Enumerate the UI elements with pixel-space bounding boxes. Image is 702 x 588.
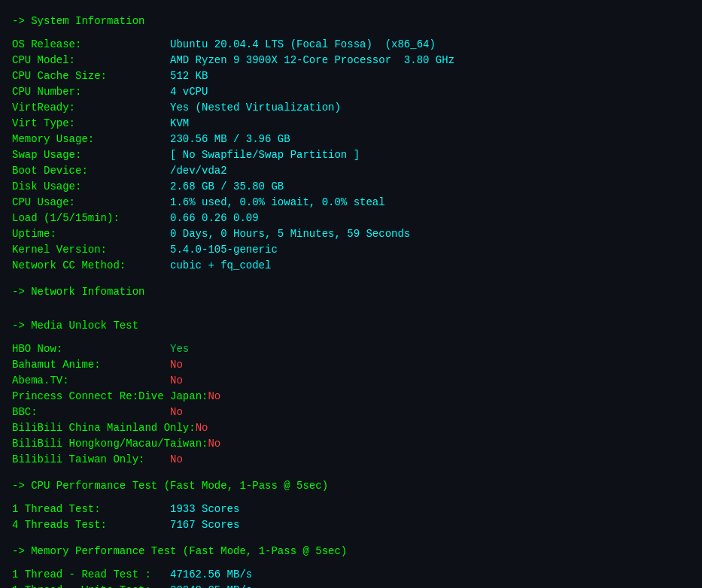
cpu-number-line: CPU Number: 4 vCPU bbox=[12, 84, 690, 100]
abema-label: Abema.TV: bbox=[12, 373, 170, 389]
load-value: 0.66 0.26 0.09 bbox=[170, 211, 259, 226]
disk-label: Disk Usage: bbox=[12, 179, 170, 195]
cpu-perf-header: -> CPU Performance Test (Fast Mode, 1-Pa… bbox=[12, 478, 690, 494]
cpu-cache-label: CPU Cache Size: bbox=[12, 68, 170, 84]
swap-value: [ No Swapfile/Swap Partition ] bbox=[170, 147, 360, 163]
virtready-label: VirtReady: bbox=[12, 100, 170, 116]
bbc-value: No bbox=[170, 405, 183, 420]
read-label: 1 Thread - Read Test : bbox=[12, 567, 170, 583]
bbc-line: BBC: No bbox=[12, 405, 690, 420]
write-value: 20848.05 MB/s bbox=[170, 583, 252, 588]
cpu-cache-line: CPU Cache Size: 512 KB bbox=[12, 68, 690, 84]
media-header: -> Media Unlock Test bbox=[12, 318, 690, 334]
virt-type-line: Virt Type: KVM bbox=[12, 116, 690, 132]
network-cc-label: Network CC Method: bbox=[12, 258, 170, 274]
cpu-model-line: CPU Model: AMD Ryzen 9 3900X 12-Core Pro… bbox=[12, 53, 690, 68]
abema-value: No bbox=[170, 373, 183, 389]
thread4-line: 4 Threads Test: 7167 Scores bbox=[12, 517, 690, 533]
os-line: OS Release: Ubuntu 20.04.4 LTS (Focal Fo… bbox=[12, 37, 690, 53]
kernel-value: 5.4.0-105-generic bbox=[170, 242, 278, 258]
bilibili-tw-label: Bilibili Taiwan Only: bbox=[12, 452, 170, 468]
network-header: -> Network Infomation bbox=[12, 284, 690, 300]
bahamut-line: Bahamut Anime: No bbox=[12, 357, 690, 373]
thread1-label: 1 Thread Test: bbox=[12, 502, 170, 517]
kernel-line: Kernel Version: 5.4.0-105-generic bbox=[12, 242, 690, 258]
princess-label: Princess Connect Re:Dive Japan: bbox=[12, 389, 208, 405]
terminal: -> System Information OS Release: Ubuntu… bbox=[12, 14, 690, 588]
abema-line: Abema.TV: No bbox=[12, 373, 690, 389]
write-label: 1 Thread - Write Test: bbox=[12, 583, 170, 588]
disk-value: 2.68 GB / 35.80 GB bbox=[170, 179, 284, 195]
thread1-line: 1 Thread Test: 1933 Scores bbox=[12, 502, 690, 517]
os-label: OS Release: bbox=[12, 37, 170, 53]
network-cc-value: cubic + fq_codel bbox=[170, 258, 271, 274]
swap-line: Swap Usage: [ No Swapfile/Swap Partition… bbox=[12, 147, 690, 163]
kernel-label: Kernel Version: bbox=[12, 242, 170, 258]
cpu-usage-line: CPU Usage: 1.6% used, 0.0% iowait, 0.0% … bbox=[12, 195, 690, 211]
bilibili-tw-value: No bbox=[170, 452, 183, 468]
read-value: 47162.56 MB/s bbox=[170, 567, 252, 583]
boot-value: /dev/vda2 bbox=[170, 163, 227, 179]
virtready-line: VirtReady: Yes (Nested Virtualization) bbox=[12, 100, 690, 116]
uptime-value: 0 Days, 0 Hours, 5 Minutes, 59 Seconds bbox=[170, 226, 410, 242]
bilibili-tw-line: Bilibili Taiwan Only: No bbox=[12, 452, 690, 468]
princess-value: No bbox=[208, 389, 220, 405]
read-line: 1 Thread - Read Test : 47162.56 MB/s bbox=[12, 567, 690, 583]
cpu-number-value: 4 vCPU bbox=[170, 84, 208, 100]
boot-label: Boot Device: bbox=[12, 163, 170, 179]
princess-line: Princess Connect Re:Dive Japan: No bbox=[12, 389, 690, 405]
memory-label: Memory Usage: bbox=[12, 132, 170, 147]
cpu-usage-value: 1.6% used, 0.0% iowait, 0.0% steal bbox=[170, 195, 385, 211]
virtready-value: Yes (Nested Virtualization) bbox=[170, 100, 341, 116]
hbo-label: HBO Now: bbox=[12, 341, 170, 357]
bilibili-china-line: BiliBili China Mainland Only: No bbox=[12, 420, 690, 436]
boot-line: Boot Device: /dev/vda2 bbox=[12, 163, 690, 179]
uptime-line: Uptime: 0 Days, 0 Hours, 5 Minutes, 59 S… bbox=[12, 226, 690, 242]
memory-perf-header: -> Memory Performance Test (Fast Mode, 1… bbox=[12, 544, 690, 559]
uptime-label: Uptime: bbox=[12, 226, 170, 242]
load-line: Load (1/5/15min): 0.66 0.26 0.09 bbox=[12, 211, 690, 226]
cpu-model-value: AMD Ryzen 9 3900X 12-Core Processor 3.80… bbox=[170, 53, 454, 68]
bahamut-label: Bahamut Anime: bbox=[12, 357, 170, 373]
bilibili-china-label: BiliBili China Mainland Only: bbox=[12, 420, 196, 436]
bilibili-china-value: No bbox=[196, 420, 208, 436]
network-cc-line: Network CC Method: cubic + fq_codel bbox=[12, 258, 690, 274]
virt-type-value: KVM bbox=[170, 116, 189, 132]
cpu-cache-value: 512 KB bbox=[170, 68, 208, 84]
cpu-model-label: CPU Model: bbox=[12, 53, 170, 68]
bahamut-value: No bbox=[170, 357, 183, 373]
hbo-line: HBO Now: Yes bbox=[12, 341, 690, 357]
bilibili-hk-line: BiliBili Hongkong/Macau/Taiwan: No bbox=[12, 436, 690, 452]
bilibili-hk-value: No bbox=[208, 436, 220, 452]
system-header: -> System Information bbox=[12, 14, 690, 29]
bbc-label: BBC: bbox=[12, 405, 170, 420]
bilibili-hk-label: BiliBili Hongkong/Macau/Taiwan: bbox=[12, 436, 208, 452]
load-label: Load (1/5/15min): bbox=[12, 211, 170, 226]
os-value: Ubuntu 20.04.4 LTS (Focal Fossa) (x86_64… bbox=[170, 37, 436, 53]
cpu-number-label: CPU Number: bbox=[12, 84, 170, 100]
thread4-value: 7167 Scores bbox=[170, 517, 239, 533]
thread4-label: 4 Threads Test: bbox=[12, 517, 170, 533]
virt-type-label: Virt Type: bbox=[12, 116, 170, 132]
write-line: 1 Thread - Write Test: 20848.05 MB/s bbox=[12, 583, 690, 588]
swap-label: Swap Usage: bbox=[12, 147, 170, 163]
memory-value: 230.56 MB / 3.96 GB bbox=[170, 132, 290, 147]
disk-line: Disk Usage: 2.68 GB / 35.80 GB bbox=[12, 179, 690, 195]
cpu-usage-label: CPU Usage: bbox=[12, 195, 170, 211]
hbo-value: Yes bbox=[170, 341, 189, 357]
memory-line: Memory Usage: 230.56 MB / 3.96 GB bbox=[12, 132, 690, 147]
thread1-value: 1933 Scores bbox=[170, 502, 239, 517]
